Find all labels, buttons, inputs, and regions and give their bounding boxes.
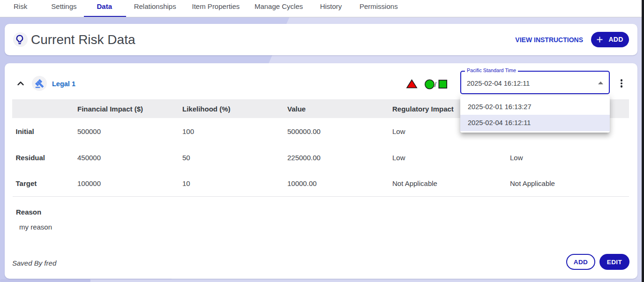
- svg-text:/: /: [434, 81, 437, 89]
